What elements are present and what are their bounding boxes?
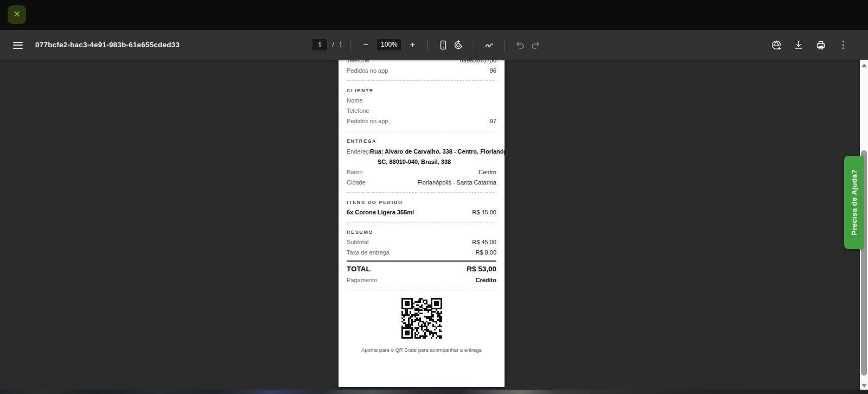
toolbar-divider — [350, 39, 350, 51]
receipt-row-label: Pagamento — [347, 275, 377, 285]
zoom-in-button[interactable]: + — [405, 37, 420, 53]
receipt-row-label: Nome — [347, 96, 362, 106]
redo-icon — [530, 40, 541, 50]
document-title: 077bcfe2-bac3-4e91-983b-61e655cded33 — [35, 30, 180, 60]
print-icon — [815, 40, 826, 50]
arrow-down-icon — [861, 384, 867, 387]
receipt-row-label: Bairro — [347, 167, 362, 177]
rotate-counterclockwise-icon — [453, 40, 464, 50]
toolbar-divider — [474, 39, 474, 51]
zoom-level[interactable]: 100% — [377, 39, 401, 50]
pdf-preview-overlay: ✕ 077bcfe2-bac3-4e91-983b-61e655cded33 /… — [0, 0, 868, 394]
rotate-button[interactable] — [451, 37, 466, 53]
receipt-row-value: Crédito — [476, 275, 497, 285]
qr-code — [401, 298, 442, 339]
receipt-row-label: Telefone — [347, 106, 369, 116]
receipt-row-value: 69993673730 — [460, 60, 496, 66]
receipt-address-row: EndereçoRua: Alvaro de Carvalho, 338 - C… — [347, 147, 496, 167]
receipt-row-value: 97 — [490, 116, 496, 126]
receipt-row-label: 6x Corona Ligera 355ml — [347, 207, 414, 218]
receipt-dashed-divider — [347, 222, 496, 223]
address-line-2: SC, 88010-040, Brasil, 338 — [378, 157, 496, 167]
receipt-row: BairroCentro — [347, 167, 496, 177]
receipt-row: 6x Corona Ligera 355mlR$ 45,00 — [347, 207, 496, 218]
toolbar-divider — [505, 39, 505, 51]
receipt-row-label: Pedidos no app — [347, 116, 388, 126]
hamburger-menu-icon — [13, 42, 23, 43]
page-zoom-controls: / 1 − 100% + — [312, 30, 543, 60]
scroll-up-button[interactable] — [860, 61, 868, 69]
scroll-down-button[interactable] — [860, 382, 868, 390]
receipt-row-label: Subtotal — [347, 237, 368, 247]
zoom-out-icon: − — [363, 40, 368, 49]
pdf-toolbar: 077bcfe2-bac3-4e91-983b-61e655cded33 / 1… — [0, 30, 868, 60]
toolbar-divider — [427, 39, 428, 51]
help-tab-label: Precisa de Ajuda? — [850, 169, 858, 236]
save-to-drive-icon — [770, 39, 782, 51]
receipt-row: Nome — [347, 96, 496, 106]
close-icon: ✕ — [13, 9, 21, 20]
address-line-1: Rua: Alvaro de Carvalho, 338 - Centro, F… — [370, 147, 496, 157]
receipt-row-label: Pedidos no app — [347, 66, 388, 76]
receipt-dashed-divider — [347, 192, 496, 193]
receipt-row-label: Cidade — [347, 177, 366, 188]
receipt-dashed-divider — [347, 290, 496, 291]
receipt-row-label: Telefone — [347, 60, 369, 66]
receipt-row: SubtotalR$ 45,00 — [347, 237, 496, 247]
document-page: Telefone69993673730Pedidos no app96CLIEN… — [339, 60, 505, 387]
zoom-out-button[interactable]: − — [358, 37, 373, 53]
download-icon — [793, 40, 804, 50]
total-label: TOTAL — [347, 265, 371, 273]
receipt-row: CidadeFlorianópolis - Santa Catarina — [347, 177, 496, 188]
receipt-content: Telefone69993673730Pedidos no app96CLIEN… — [339, 60, 505, 353]
print-button[interactable] — [813, 37, 828, 53]
receipt-row-value: 96 — [490, 66, 496, 76]
close-button[interactable]: ✕ — [8, 5, 26, 24]
menu-button[interactable] — [11, 39, 25, 50]
save-to-drive-button[interactable] — [769, 37, 784, 53]
receipt-row: Pedidos no app96 — [347, 66, 496, 76]
page-separator: / — [332, 41, 334, 49]
total-value: R$ 53,00 — [467, 265, 496, 273]
receipt-row-value: Florianópolis - Santa Catarina — [417, 177, 496, 188]
receipt-dashed-divider — [347, 80, 496, 81]
receipt-row: Pedidos no app97 — [347, 116, 496, 126]
receipt-row-value: R$ 45,00 — [472, 207, 496, 218]
page-number-input[interactable] — [312, 39, 327, 50]
receipt-row-value: R$ 8,00 — [475, 247, 496, 258]
receipt-total-row: TOTALR$ 53,00 — [347, 260, 496, 274]
fit-to-page-button[interactable] — [436, 37, 451, 53]
undo-icon — [515, 40, 526, 50]
arrow-up-icon — [861, 63, 867, 67]
help-tab-button[interactable]: Precisa de Ajuda? — [844, 156, 864, 249]
qr-code-container — [347, 298, 496, 339]
receipt-section-header: ITENS DO PEDIDO — [347, 198, 496, 207]
annotate-button[interactable] — [482, 37, 497, 53]
qr-caption: Aponte para o QR Code para acompanhar a … — [347, 347, 496, 353]
receipt-row-value: Centro — [478, 167, 496, 177]
draw-annotate-icon — [484, 40, 495, 50]
receipt-row: Telefone — [347, 106, 496, 116]
toolbar-right-actions: ⋮ — [769, 30, 851, 60]
receipt-row: Taxa de entregaR$ 8,00 — [347, 247, 496, 258]
fit-to-page-icon — [438, 40, 449, 50]
receipt-row-value: R$ 45,00 — [472, 237, 496, 247]
zoom-in-icon: + — [410, 40, 415, 49]
receipt-row-label: Taxa de entrega — [347, 247, 390, 258]
receipt-section-header: CLIENTE — [347, 86, 496, 96]
address-label: Endereço — [347, 147, 371, 157]
undo-button[interactable] — [513, 37, 528, 53]
more-options-icon: ⋮ — [839, 40, 848, 49]
download-button[interactable] — [791, 37, 806, 53]
more-options-button[interactable]: ⋮ — [835, 37, 851, 53]
receipt-row: Telefone69993673730 — [347, 60, 496, 66]
receipt-dashed-divider — [347, 131, 496, 132]
pdf-viewport[interactable]: Telefone69993673730Pedidos no app96CLIEN… — [0, 60, 868, 390]
receipt-row: PagamentoCrédito — [347, 275, 496, 285]
background-page-sliver — [0, 390, 868, 394]
receipt-section-header: RESUMO — [347, 228, 496, 237]
redo-button[interactable] — [528, 37, 543, 53]
page-total: 1 — [339, 41, 342, 49]
receipt-section-header: ENTREGA — [347, 137, 496, 146]
overlay-top-bar: ✕ — [0, 0, 868, 30]
